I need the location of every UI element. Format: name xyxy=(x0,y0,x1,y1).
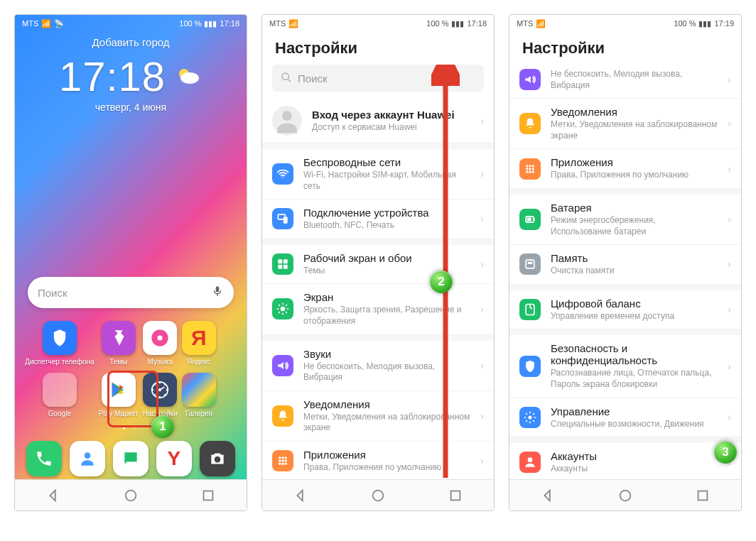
nav-back[interactable] xyxy=(293,488,308,503)
add-city-label[interactable]: Добавить город xyxy=(28,36,234,48)
row-accounts[interactable]: АккаунтыАккаунты› xyxy=(509,443,741,479)
home-search[interactable]: Поиск xyxy=(28,277,234,308)
row-apps[interactable]: ПриложенияПрава, Приложения по умолчанию… xyxy=(509,149,741,189)
nav-back[interactable] xyxy=(45,488,61,503)
row-digital[interactable]: Цифровой балансУправление временем досту… xyxy=(509,290,741,330)
chevron-right-icon: › xyxy=(728,304,731,315)
status-bar: MTS 📶 📡 100 % ▮▮▮ 17:18 xyxy=(15,15,247,32)
svg-point-44 xyxy=(532,170,534,173)
row-storage[interactable]: ПамятьОчистка памяти› xyxy=(509,245,741,285)
nav-bar xyxy=(15,479,247,510)
devices-icon xyxy=(272,208,293,229)
row-sound[interactable]: ЗвукиНе беспокоить, Мелодия вызова, Вибр… xyxy=(509,65,741,99)
row-apps[interactable]: ПриложенияПрава, Приложения по умолчанию… xyxy=(262,442,494,479)
svg-point-51 xyxy=(529,415,532,419)
svg-point-38 xyxy=(532,165,534,167)
dock-contacts[interactable] xyxy=(68,441,107,476)
app-gallery[interactable]: Галерея xyxy=(182,373,216,417)
row-sub: Wi-Fi, Настройки SIM-карт, Мобильная сет… xyxy=(303,170,470,192)
svg-point-24 xyxy=(285,460,287,462)
row-sub: Яркость, Защита зрения, Разрешение и ото… xyxy=(303,305,470,327)
dock-phone[interactable] xyxy=(25,441,64,476)
row-sound[interactable]: ЗвукиНе беспокоить, Мелодия вызова, Вибр… xyxy=(262,341,494,391)
nav-home[interactable] xyxy=(123,488,139,503)
row-devices[interactable]: Подключение устройстваBluetooth, NFC, Пе… xyxy=(262,200,494,239)
row-title: Цифровой баланс xyxy=(551,297,718,310)
home-icon xyxy=(272,253,293,275)
battery-icon: ▮▮▮ xyxy=(451,19,464,28)
battery-icon: ▮▮▮ xyxy=(204,19,217,28)
chevron-right-icon: › xyxy=(480,455,484,466)
row-wifi[interactable]: Беспроводные сетиWi-Fi, Настройки SIM-ка… xyxy=(262,149,494,200)
status-time: 17:18 xyxy=(467,19,487,28)
battery-pct: 100 % xyxy=(426,19,448,28)
svg-point-11 xyxy=(282,111,292,121)
row-sub: Метки, Уведомления на заблокированном эк… xyxy=(303,412,470,434)
wifi-icon: 📡 xyxy=(54,19,64,28)
chevron-right-icon: › xyxy=(728,258,731,270)
svg-point-7 xyxy=(214,457,220,463)
row-notif[interactable]: УведомленияМетки, Уведомления на заблоки… xyxy=(509,99,741,149)
row-huawei-account[interactable]: Вход через аккаунт Huawei Доступ к серви… xyxy=(262,99,494,143)
settings-search[interactable]: Поиск xyxy=(272,65,484,92)
svg-point-26 xyxy=(281,463,284,465)
app-yandex[interactable]: Я Яндекс xyxy=(182,321,216,366)
row-title: Экран xyxy=(303,291,470,303)
chevron-right-icon: › xyxy=(728,214,731,225)
svg-rect-57 xyxy=(698,491,707,500)
nav-recent[interactable] xyxy=(200,488,216,503)
svg-point-20 xyxy=(281,457,284,459)
nav-recent[interactable] xyxy=(695,488,711,503)
nav-home[interactable] xyxy=(617,488,633,503)
app-settings[interactable]: Настройки xyxy=(143,373,178,417)
app-phone-manager[interactable]: Диспетчер телефона xyxy=(25,321,94,366)
row-display[interactable]: ЭкранЯркость, Защита зрения, Разрешение … xyxy=(262,284,494,334)
svg-point-1 xyxy=(180,72,199,84)
notif-icon xyxy=(272,405,293,427)
nav-back[interactable] xyxy=(540,488,556,503)
chevron-right-icon: › xyxy=(480,168,484,180)
security-icon xyxy=(519,356,541,377)
search-icon xyxy=(281,72,292,85)
svg-point-21 xyxy=(285,457,287,459)
row-sub: Специальные возможности, Движения xyxy=(551,419,718,430)
svg-point-43 xyxy=(529,170,531,173)
row-battery[interactable]: БатареяРежим энергосбережения, Использов… xyxy=(509,195,741,245)
settings-title: Настройки xyxy=(262,32,494,65)
battery-icon: ▮▮▮ xyxy=(698,19,711,28)
chevron-right-icon: › xyxy=(728,74,731,85)
row-security[interactable]: Безопасность и конфиденциальностьРаспозн… xyxy=(509,335,741,398)
chevron-right-icon: › xyxy=(480,360,484,371)
app-themes[interactable]: Темы xyxy=(99,321,139,366)
carrier-label: MTS xyxy=(269,19,286,28)
row-title: Аккаунты xyxy=(551,450,718,462)
signal-icon: 📶 xyxy=(41,19,51,28)
dock-browser[interactable]: Y xyxy=(154,441,193,476)
weather-icon[interactable] xyxy=(174,62,202,91)
mic-icon[interactable] xyxy=(211,285,224,300)
svg-point-52 xyxy=(528,458,533,463)
nav-home[interactable] xyxy=(370,488,386,503)
svg-point-19 xyxy=(279,457,281,459)
phone-homescreen: MTS 📶 📡 100 % ▮▮▮ 17:18 Добавить город 1… xyxy=(14,14,247,511)
digital-icon xyxy=(519,299,541,320)
row-sub: Bluetooth, NFC, Печать xyxy=(303,220,470,231)
row-manage[interactable]: УправлениеСпециальные возможности, Движе… xyxy=(509,398,741,438)
clock-widget[interactable]: 17:18 xyxy=(59,53,166,100)
row-title: Память xyxy=(551,252,718,264)
app-play-store[interactable]: Play Маркет xyxy=(99,373,139,417)
signal-icon: 📶 xyxy=(288,19,298,28)
app-music[interactable]: Музыка xyxy=(143,321,178,366)
nav-recent[interactable] xyxy=(448,488,463,503)
row-home[interactable]: Рабочий экран и обоиТемы› xyxy=(262,245,494,285)
svg-point-8 xyxy=(126,490,136,501)
chevron-right-icon: › xyxy=(480,213,484,224)
chevron-right-icon: › xyxy=(480,258,484,270)
row-sub: Не беспокоить, Мелодия вызова, Вибрация xyxy=(551,69,718,91)
dock-camera[interactable] xyxy=(198,441,237,476)
svg-point-39 xyxy=(526,168,528,170)
dock-messages[interactable] xyxy=(112,441,151,476)
app-google-folder[interactable]: Google xyxy=(25,373,94,417)
row-notif[interactable]: УведомленияМетки, Уведомления на заблоки… xyxy=(262,391,494,442)
status-bar: MTS 📶 100 % ▮▮▮ 17:18 xyxy=(262,15,494,32)
